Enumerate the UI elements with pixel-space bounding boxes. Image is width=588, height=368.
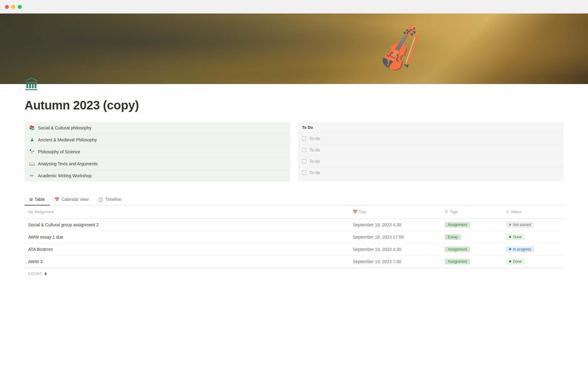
timeline-icon: 📋 — [98, 197, 103, 202]
table-footer: COUNT 6 — [24, 268, 564, 280]
table-row[interactable]: AWW 3 September 19, 2023 7:30 Assignment… — [24, 255, 564, 268]
table-row[interactable]: ATA Bostrom September 19, 2023 4:30 Assi… — [24, 243, 564, 255]
course-name-3: Analysing Texts and Arguments — [38, 161, 98, 166]
maximize-button[interactable] — [18, 5, 22, 9]
col-header-tags[interactable]: ☰ Tags — [441, 208, 502, 216]
status-text-1: Done — [513, 235, 522, 239]
course-icon-3: 📖 — [29, 161, 35, 167]
minimize-button[interactable] — [11, 5, 15, 9]
calendar-icon: 📅 — [55, 197, 59, 202]
status-dot-0 — [509, 224, 511, 226]
col-icon-assignment: Aa — [28, 210, 33, 214]
cell-due-2: September 19, 2023 4:30 — [349, 243, 441, 255]
tag-badge-1: Essay — [445, 234, 461, 240]
tag-badge-3: Assignment — [445, 259, 470, 264]
col-header-assignment[interactable]: Aa Assignment — [24, 208, 349, 216]
titlebar — [0, 0, 588, 13]
todo-item-1[interactable]: To-do — [298, 144, 564, 156]
view-tabs: ⊞ Table 📅 Calendar view 📋 Timeline — [24, 194, 564, 205]
col-label-tags: Tags — [450, 210, 458, 214]
todo-text-1: To-do — [309, 148, 320, 152]
tab-table[interactable]: ⊞ Table — [24, 194, 50, 205]
cell-name-1: AWW essay 1 due — [24, 231, 349, 243]
cell-tag-1: Essay — [441, 231, 502, 243]
col-label-due: Due — [359, 210, 366, 214]
cell-tag-2: Assignment — [441, 243, 502, 255]
todo-item-0[interactable]: To-do — [298, 133, 564, 144]
course-icon-2: 🔭 — [29, 149, 35, 155]
course-name-4: Academic Writing Workshop — [38, 173, 92, 178]
close-button[interactable] — [5, 5, 9, 9]
col-icon-tags: ☰ — [445, 210, 448, 214]
cell-due-0: September 18, 2023 4:30 — [349, 219, 441, 231]
table-header: Aa Assignment 📅 Due ☰ Tags ✦ Status — [24, 205, 564, 219]
page-title: Autumn 2023 (copy) — [24, 98, 564, 112]
course-icon-1: ♟ — [29, 137, 35, 143]
course-icon-4: ✏ — [29, 173, 35, 178]
todo-checkbox-1[interactable] — [302, 148, 306, 152]
table-icon: ⊞ — [29, 197, 33, 202]
page-icon: 🏛 — [24, 77, 564, 94]
table-row[interactable]: Social & Cultural group assignment 2 Sep… — [24, 219, 564, 231]
tab-table-label: Table — [35, 197, 45, 202]
cell-name-3: AWW 3 — [24, 255, 349, 267]
cell-name-0: Social & Cultural group assignment 2 — [24, 219, 349, 231]
tab-timeline-label: Timeline — [105, 197, 121, 202]
course-name-2: Philosophy of Science — [38, 149, 80, 154]
col-header-status[interactable]: ✦ Status — [502, 208, 564, 216]
tab-timeline[interactable]: 📋 Timeline — [93, 194, 126, 205]
status-badge-0: Not started — [506, 222, 534, 228]
table-row[interactable]: AWW essay 1 due September 18, 2023 17:59… — [24, 231, 564, 243]
status-text-0: Not started — [513, 223, 531, 227]
status-dot-1 — [509, 236, 511, 238]
course-item-4[interactable]: ✏ Academic Writing Workshop — [24, 170, 290, 182]
count-value: 6 — [45, 272, 47, 276]
todo-text-2: To-do — [309, 159, 320, 164]
course-item-3[interactable]: 📖 Analysing Texts and Arguments — [24, 158, 290, 170]
status-text-2: In progress — [513, 247, 531, 251]
todo-text-0: To-do — [309, 136, 320, 141]
status-dot-2 — [509, 248, 511, 250]
cell-name-2: ATA Bostrom — [24, 243, 349, 255]
hero-decoration — [362, 24, 423, 79]
col-icon-status: ✦ — [506, 210, 509, 214]
tab-calendar-label: Calendar view — [61, 197, 89, 202]
status-text-3: Done — [513, 259, 522, 264]
status-badge-1: Done — [506, 234, 525, 240]
col-header-due[interactable]: 📅 Due — [349, 208, 441, 216]
course-item-0[interactable]: 📚 Social & Cultural philosophy — [24, 122, 290, 134]
course-item-1[interactable]: ♟ Ancient & Medieval Philosophy — [24, 134, 290, 146]
todo-text-3: To-do — [309, 170, 320, 175]
todo-item-3[interactable]: To-do — [298, 167, 564, 178]
course-list: 📚 Social & Cultural philosophy ♟ Ancient… — [24, 122, 290, 182]
count-label: COUNT — [28, 272, 42, 276]
cell-status-3: Done — [502, 255, 564, 267]
col-label-assignment: Assignment — [35, 210, 54, 214]
page-icon-container: 🏛 — [0, 77, 588, 94]
tag-badge-2: Assignment — [445, 247, 470, 252]
cell-status-0: Not started — [502, 219, 564, 231]
col-label-status: Status — [511, 210, 521, 214]
course-name-0: Social & Cultural philosophy — [38, 125, 91, 130]
cell-due-1: September 18, 2023 17:59 — [349, 231, 441, 243]
todo-checkbox-3[interactable] — [302, 171, 306, 175]
cell-tag-3: Assignment — [441, 255, 502, 267]
todo-checkbox-2[interactable] — [302, 159, 306, 163]
status-badge-2: In progress — [506, 246, 534, 252]
course-name-1: Ancient & Medieval Philosophy — [38, 137, 97, 142]
todo-list: To Do To-do To-do To-do To-do — [298, 122, 564, 182]
col-icon-due: 📅 — [353, 210, 357, 214]
course-item-2[interactable]: 🔭 Philosophy of Science — [24, 146, 290, 158]
todo-header: To Do — [298, 122, 564, 133]
cell-status-1: Done — [502, 231, 564, 243]
tag-badge-0: Assignment — [445, 222, 470, 228]
course-icon-0: 📚 — [29, 125, 35, 131]
todo-item-2[interactable]: To-do — [298, 156, 564, 167]
hero-banner — [0, 13, 588, 84]
cell-status-2: In progress — [502, 243, 564, 255]
todo-checkbox-0[interactable] — [302, 136, 306, 141]
status-badge-3: Done — [506, 259, 525, 265]
cell-due-3: September 19, 2023 7:30 — [349, 255, 441, 267]
tab-calendar[interactable]: 📅 Calendar view — [50, 194, 93, 205]
cell-tag-0: Assignment — [441, 219, 502, 231]
